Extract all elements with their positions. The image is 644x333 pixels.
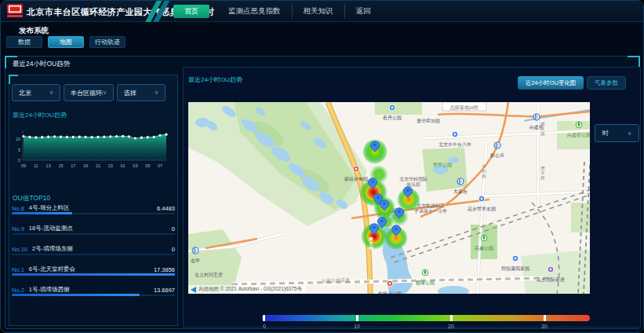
svg-text:0: 0 (18, 158, 20, 163)
chevron-down-icon: ∨ (628, 130, 631, 137)
svg-text:花乡国际家居: 花乡国际家居 (537, 276, 565, 283)
svg-text:07: 07 (158, 163, 162, 168)
svg-text:高鑫公园: 高鑫公园 (475, 245, 493, 251)
ou-progress-bar (12, 295, 175, 296)
legend-tick (450, 315, 453, 321)
time-unit-select[interactable]: 时 ∨ (595, 124, 639, 142)
trend-chart-title: 最近24小时OU趋势 (13, 111, 67, 119)
map-label: 世界公园 (433, 163, 452, 168)
svg-text:榆树庄公园: 榆树庄公园 (378, 291, 402, 294)
chevron-down-icon: ∨ (49, 90, 53, 96)
svg-text:北京铁路职工: 北京铁路职工 (417, 203, 445, 209)
district-select[interactable]: 丰台区循环经济产 ∨ (64, 84, 114, 101)
tab-map[interactable]: 地图 (48, 36, 84, 48)
ou-progress-bar (12, 254, 175, 255)
svg-text:北京华科国际: 北京华科国际 (399, 176, 428, 182)
svg-text:21: 21 (96, 163, 100, 168)
svg-text:花乡世界名园: 花乡世界名园 (468, 207, 496, 212)
city-select[interactable]: 北京 ∨ (12, 84, 60, 101)
list-item: No.102号-填埋场东侧0 (12, 244, 175, 255)
map-label: 樊羊路 (540, 122, 545, 136)
map-attribution: 高德地图 © 2021 AutoNavi - GS(2021)6375号 (188, 285, 306, 294)
map-label: 北京铁路职工子弟第十一小学 (413, 203, 447, 214)
svg-text:北京市丰台八中: 北京市丰台八中 (438, 141, 471, 148)
map-label: 造义村回王房 (195, 272, 223, 278)
svg-text:13: 13 (46, 163, 51, 168)
list-item: No.16号-北天堂村委会17.3856 (12, 265, 175, 276)
map-panel: 最近24小时OU趋势 近24小时OU变化图 气象参数 (183, 67, 641, 328)
list-item: No.21号-填埋场西侧13.6697 (12, 285, 175, 296)
nav-item-odor-index[interactable]: 监测点恶臭指数 (217, 4, 292, 19)
heatmap-legend-bar (262, 315, 590, 321)
main-nav: 首页 监测点恶臭指数 相关知识 返回 (173, 1, 382, 22)
svg-text:05: 05 (145, 163, 150, 168)
top-navbar: 北京市丰台区循环经济产业园大气恶臭状况实时 首页 监测点恶臭指数 相关知识 返回 (1, 1, 644, 22)
svg-text:总部基地10区: 总部基地10区 (449, 104, 479, 111)
svg-text:03: 03 (133, 163, 137, 168)
svg-text:19: 19 (83, 163, 88, 168)
svg-text:造义村回王房: 造义村回王房 (195, 272, 223, 278)
svg-text:熙悦康阅家园: 熙悦康阅家园 (501, 265, 529, 272)
svg-text:造甲: 造甲 (191, 258, 200, 263)
svg-text:子弟第十一小学: 子弟第十一小学 (413, 208, 447, 214)
map-label: 南五环 (368, 236, 373, 251)
list-item: No.84号-筛分上料区6.4483 (12, 203, 175, 214)
publish-system-label: 发布系统 (19, 26, 49, 36)
svg-text:紫谷伊甸园: 紫谷伊甸园 (344, 176, 368, 182)
svg-text:10: 10 (16, 137, 20, 141)
ou-progress-bar (12, 213, 175, 214)
chevron-down-icon: ∨ (103, 90, 107, 96)
ou-progress-bar (12, 233, 175, 235)
logo-text (7, 15, 23, 17)
top10-title: OU值TOP10 (13, 194, 50, 203)
map-panel-title: 最近24小时OU趋势 (188, 75, 242, 84)
heatmap-legend-labels: 0 10 20 30 (262, 324, 590, 331)
legend-tick (544, 315, 546, 321)
title-divider-decoration (144, 1, 171, 22)
map-label: 董华双加园 (417, 118, 440, 124)
svg-text:董华双加园: 董华双加园 (417, 118, 440, 124)
view-tabs: 数据 地图 行动轨迹 (6, 36, 131, 48)
svg-text:01: 01 (121, 163, 126, 168)
svg-text:世界公园: 世界公园 (433, 163, 452, 168)
nav-item-home[interactable]: 首页 (173, 5, 209, 18)
logo-icon (7, 4, 23, 14)
svg-text:5: 5 (18, 148, 20, 152)
legend-tick (356, 315, 358, 321)
ou-trend-chart: 0510091113151719212301030507 (11, 119, 171, 174)
nav-item-knowledge[interactable]: 相关知识 (292, 4, 344, 19)
map-label: 樊羊路 (540, 166, 545, 180)
svg-text:23: 23 (108, 163, 113, 168)
svg-text:白盆窑公园: 白盆窑公园 (567, 132, 590, 138)
ou-change-map-button[interactable]: 近24小时OU变化图 (518, 76, 584, 90)
top10-list: No.84号-筛分上料区6.4483 No.916号-流动监测点0 No.102… (12, 203, 175, 306)
left-sidebar-panel: 北京 ∨ 丰台区循环经济产 ∨ 选择 ∨ 最近24小时OU趋势 05100911… (9, 75, 178, 326)
svg-text:17: 17 (71, 163, 75, 168)
weather-params-button[interactable]: 气象参数 (587, 76, 626, 90)
map-area-label: 总部基地10区 (442, 102, 486, 111)
ou-progress-bar (12, 274, 175, 276)
svg-text:大葆台: 大葆台 (453, 188, 468, 195)
map-canvas[interactable]: 丰台区循环经济产业园 看丹公园总部基地10区董华双加园白盆窑白盆窑公园北京市丰台… (188, 102, 590, 294)
map-label: 丰科路 (482, 164, 486, 178)
svg-text:樱缘公园: 樱缘公园 (416, 280, 435, 286)
chevron-down-icon: ∨ (155, 90, 158, 96)
dashboard-root: 北京市丰台区循环经济产业园大气恶臭状况实时 首页 监测点恶臭指数 相关知识 返回… (0, 0, 644, 333)
svg-text:15: 15 (58, 163, 63, 168)
legend-tick (263, 315, 265, 321)
autonavi-logo-icon (191, 287, 196, 293)
svg-text:09: 09 (21, 163, 26, 168)
tab-track[interactable]: 行动轨迹 (89, 36, 126, 48)
content-panel-title: 最近24小时OU趋势 (13, 60, 70, 69)
region-selectors: 北京 ∨ 丰台区循环经济产 ∨ 选择 ∨ (9, 84, 179, 101)
app-logo (7, 4, 23, 18)
tab-data[interactable]: 数据 (6, 36, 42, 48)
list-item: No.916号-流动监测点0 (12, 224, 175, 235)
site-select[interactable]: 选择 ∨ (117, 84, 166, 101)
svg-text:郭公庄: 郭公庄 (489, 152, 504, 159)
svg-text:看丹公园: 看丹公园 (382, 115, 402, 121)
svg-text:11: 11 (34, 163, 38, 168)
map-svg: 丰台区循环经济产业园 看丹公园总部基地10区董华双加园白盆窑白盆窑公园北京市丰台… (188, 102, 590, 294)
nav-item-back[interactable]: 返回 (344, 4, 382, 19)
